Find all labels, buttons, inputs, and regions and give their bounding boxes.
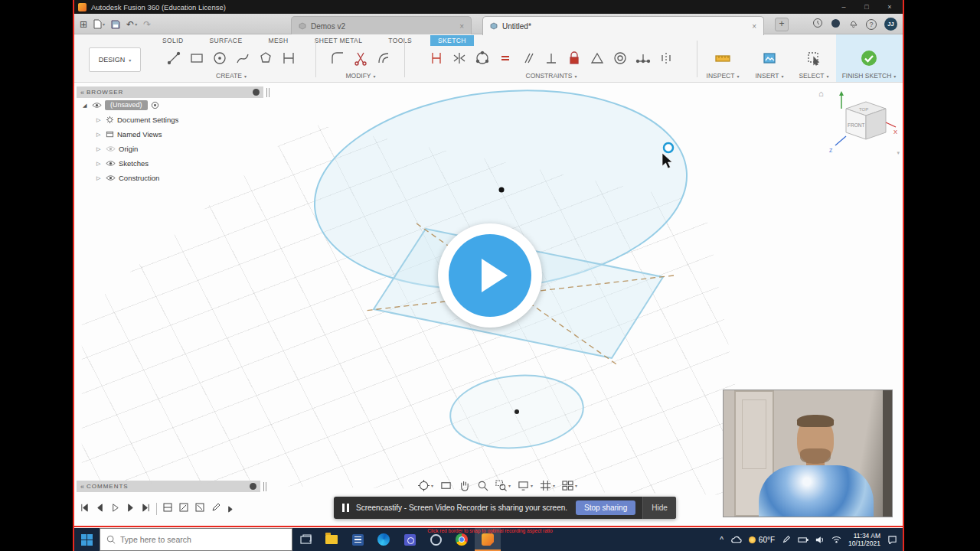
view-cube[interactable]: ⌂ TOP FRONT X Z ▾ <box>818 86 900 156</box>
look-at-icon[interactable] <box>440 480 452 491</box>
tab-surface[interactable]: SURFACE <box>202 35 250 46</box>
play-button[interactable] <box>449 234 531 317</box>
sketch-center-point-large[interactable] <box>499 187 505 193</box>
slot-tool-icon[interactable] <box>277 47 300 69</box>
timeline-feature-icon[interactable] <box>162 502 173 516</box>
tab-sketch[interactable]: SKETCH <box>430 35 474 46</box>
create-group-label[interactable]: CREATE ▾ <box>216 72 247 80</box>
tab-solid[interactable]: SOLID <box>155 35 191 46</box>
select-group-label[interactable]: SELECT ▾ <box>799 72 828 80</box>
select-tool-icon[interactable] <box>802 47 825 69</box>
video-play-overlay[interactable] <box>438 223 542 328</box>
recording-border-left[interactable] <box>73 0 74 551</box>
task-view-button[interactable] <box>292 528 318 551</box>
search-input[interactable] <box>120 535 262 544</box>
start-button[interactable] <box>74 528 100 551</box>
minimize-button[interactable]: – <box>835 3 853 11</box>
modify-group-label[interactable]: MODIFY ▾ <box>345 72 375 80</box>
timeline-feature-icon[interactable] <box>178 502 189 516</box>
panel-options-icon[interactable] <box>250 483 256 490</box>
timeline-feature-icon[interactable] <box>194 502 205 516</box>
undo-icon[interactable]: ↶ ▾ <box>126 19 137 30</box>
browser-item-sketches[interactable]: ▷ Sketches <box>77 156 263 171</box>
show-hidden-icons-caret[interactable]: ^ <box>720 536 724 544</box>
viewcube-menu-caret-icon[interactable]: ▾ <box>897 150 900 156</box>
onedrive-cloud-icon[interactable] <box>730 536 742 544</box>
rectangle-tool-icon[interactable] <box>185 47 208 69</box>
spline-tool-icon[interactable] <box>231 47 254 69</box>
zoom-icon[interactable] <box>477 480 488 491</box>
orbit-icon[interactable]: ▾ <box>418 480 433 491</box>
equal-constraint-icon[interactable] <box>494 47 517 69</box>
browser-item-named-views[interactable]: ▷ Named Views <box>77 127 263 142</box>
constraints-group-label[interactable]: CONSTRAINTS ▾ <box>526 72 577 80</box>
home-view-icon[interactable]: ⌂ <box>818 89 824 98</box>
notification-dot-icon[interactable] <box>831 18 841 31</box>
taskbar-app-word[interactable] <box>345 528 371 551</box>
pan-hand-icon[interactable] <box>459 480 470 491</box>
maximize-button[interactable]: □ <box>858 3 876 11</box>
save-icon[interactable] <box>111 20 120 29</box>
tree-collapsed-icon[interactable]: ▷ <box>96 161 103 167</box>
measure-tool-icon[interactable] <box>711 47 734 69</box>
fix-lock-constraint-icon[interactable] <box>563 47 586 69</box>
weather-widget[interactable]: 60°F <box>749 536 775 544</box>
visibility-eye-off-icon[interactable] <box>106 145 116 152</box>
bell-icon[interactable] <box>848 18 858 31</box>
timeline-step-back-icon[interactable] <box>95 502 105 516</box>
taskbar-app-edge[interactable] <box>371 528 397 551</box>
tree-collapsed-icon[interactable]: ▷ <box>96 132 103 138</box>
offset-tool-icon[interactable] <box>372 47 395 69</box>
finish-sketch-label[interactable]: FINISH SKETCH ▾ <box>842 72 897 80</box>
midpoint-constraint-icon[interactable] <box>632 47 655 69</box>
taskbar-app-file-explorer[interactable] <box>318 528 345 551</box>
browser-item-document-settings[interactable]: ▷ Document Settings <box>77 112 263 127</box>
document-name-pill[interactable]: (Unsaved) <box>105 100 148 110</box>
browser-root-row[interactable]: ◢ (Unsaved) <box>77 98 263 112</box>
tab-close-icon[interactable]: × <box>752 22 756 31</box>
job-status-icon[interactable] <box>812 18 823 31</box>
browser-panel-header[interactable]: « BROWSER <box>77 86 263 98</box>
close-button[interactable]: × <box>880 3 899 11</box>
sketch-dimension-icon[interactable] <box>425 47 448 69</box>
collapse-panel-icon[interactable]: « <box>80 483 83 491</box>
grid-settings-icon[interactable]: ▾ <box>540 480 555 491</box>
modeling-canvas[interactable]: « BROWSER ◢ (Unsaved) ▷ Document Setti <box>74 83 903 527</box>
circle-tool-icon[interactable] <box>208 47 231 69</box>
recording-border-bottom[interactable] <box>73 526 904 527</box>
collapse-panel-icon[interactable]: « <box>80 89 83 96</box>
concentric-constraint-icon[interactable] <box>609 47 632 69</box>
app-launcher-icon[interactable]: ⊞ <box>80 19 87 30</box>
taskbar-search[interactable] <box>100 528 292 551</box>
timeline-skip-start-icon[interactable] <box>80 502 90 516</box>
design-workspace-button[interactable]: DESIGN ▾ <box>89 47 141 72</box>
file-menu-icon[interactable]: ▾ <box>93 19 105 29</box>
finish-sketch-icon[interactable] <box>858 47 880 69</box>
browser-item-construction[interactable]: ▷ Construction <box>77 171 263 185</box>
line-tool-icon[interactable] <box>162 47 185 69</box>
inspect-group-label[interactable]: INSPECT ▾ <box>707 72 740 80</box>
visibility-eye-icon[interactable] <box>92 102 102 109</box>
comments-panel-header[interactable]: « COMMENTS <box>77 481 260 492</box>
tree-collapsed-icon[interactable]: ▷ <box>96 146 103 152</box>
sketch-center-point-small[interactable] <box>514 409 519 414</box>
stop-sharing-button[interactable]: Stop sharing <box>576 500 635 515</box>
tree-collapsed-icon[interactable]: ▷ <box>96 175 103 181</box>
fillet-tool-icon[interactable] <box>326 47 349 69</box>
tab-tools[interactable]: TOOLS <box>381 35 420 46</box>
tree-collapsed-icon[interactable]: ▷ <box>96 117 103 123</box>
insert-image-icon[interactable] <box>758 47 781 69</box>
doc-tab-untitled[interactable]: Untitled* × <box>482 16 764 35</box>
active-component-radio-icon[interactable] <box>151 101 159 109</box>
recording-border-right[interactable] <box>903 0 904 551</box>
network-wifi-icon[interactable] <box>831 536 841 543</box>
notification-center-icon[interactable] <box>887 535 897 544</box>
user-avatar[interactable]: JJ <box>884 18 897 31</box>
taskbar-app-teams[interactable] <box>397 528 423 551</box>
pen-tray-icon[interactable] <box>782 535 791 544</box>
redo-icon[interactable]: ↷ <box>143 19 151 30</box>
help-icon[interactable]: ? <box>866 19 877 30</box>
visibility-eye-icon[interactable] <box>106 174 116 181</box>
triangle-constraint-icon[interactable] <box>586 47 609 69</box>
panel-resize-handle[interactable] <box>263 482 266 491</box>
